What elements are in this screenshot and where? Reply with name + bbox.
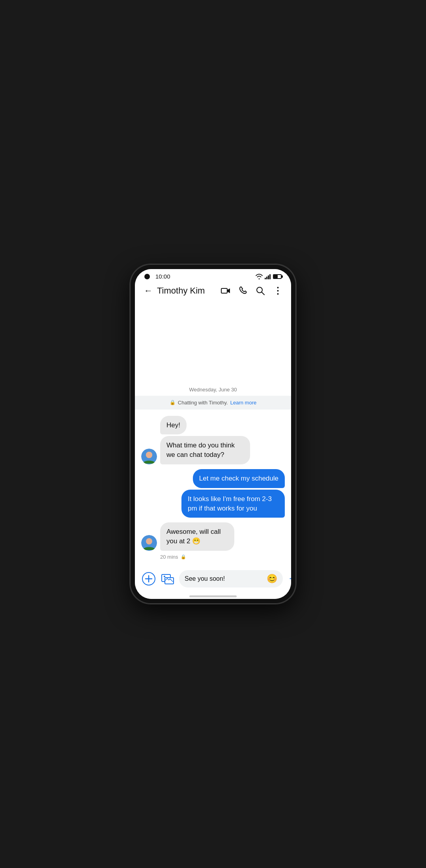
more-icon [277,286,279,295]
bubble-received-3: Awesome, will call you at 2 😁 [160,522,234,551]
phone-screen: 10:00 [135,269,291,599]
status-icons [255,273,282,279]
timestamp-text: 20 mins [160,554,178,560]
phone-call-button[interactable] [236,284,250,298]
learn-more-link[interactable]: Learn more [230,400,256,406]
messages-container: Hey! What time do you think we [135,413,291,563]
encryption-notice: 🔒 Chatting with Timothy. Learn more [135,396,291,410]
svg-line-2 [262,292,264,295]
avatar-svg-2 [141,535,157,551]
timestamp-row: 20 mins 🔒 [141,552,285,560]
gallery-button[interactable] [160,571,175,586]
bubble-sent-2: It looks like I'm free from 2-3 pm if th… [181,490,285,518]
status-time: 10:00 [155,273,170,280]
contact-name: Timothy Kim [157,286,219,296]
status-bar: 10:00 [135,269,291,281]
back-arrow-icon: ← [144,286,153,296]
phone-shell: 10:00 [130,264,296,604]
svg-point-3 [277,287,278,288]
phone-icon [239,286,247,295]
bubble-group: What time do you think we can chat today… [160,436,285,464]
bubble-received-2: What time do you think we can chat today… [160,436,250,464]
compose-input[interactable] [185,575,263,582]
bubble-sent-1: Let me check my schedule [193,469,285,488]
received-group-2: Awesome, will call you at 2 😁 [141,522,285,551]
camera-dot [144,274,150,279]
back-button[interactable]: ← [141,284,155,298]
sent-group: Let me check my schedule It looks like I… [141,469,285,518]
message-row: Hey! [141,416,285,435]
search-button[interactable] [253,284,267,298]
avatar [141,449,157,464]
date-separator: Wednesday, June 30 [135,380,291,396]
compose-box[interactable]: 😊 [179,570,283,587]
video-icon [221,287,230,294]
chat-area: Wednesday, June 30 🔒 Chatting with Timot… [135,301,291,566]
app-bar-actions [219,284,285,298]
signal-bars-icon [265,274,271,279]
bottom-bar: 😊 [135,566,291,593]
lock-icon: 🔒 [170,400,176,405]
video-call-button[interactable] [219,284,233,298]
app-bar: ← Timothy Kim [135,281,291,301]
svg-rect-0 [221,288,227,293]
svg-point-16 [164,576,165,577]
more-options-button[interactable] [271,284,285,298]
gallery-icon [161,572,174,586]
emoji-button[interactable]: 😊 [267,574,277,584]
search-icon [256,286,265,295]
home-indicator [135,593,291,599]
add-icon [142,572,155,586]
svg-point-5 [277,293,278,295]
send-icon [288,573,291,584]
timestamp-lock-icon: 🔒 [181,554,186,559]
battery-icon [273,274,282,279]
wifi-icon [255,273,263,279]
bubble-group-2: Awesome, will call you at 2 😁 [160,522,263,551]
svg-point-8 [146,452,152,458]
encryption-text: Chatting with Timothy. [178,400,228,406]
received-group: What time do you think we can chat today… [141,436,285,464]
avatar-2 [141,535,157,551]
send-button[interactable] [287,571,291,586]
avatar-svg [141,449,157,464]
bubble-received: Hey! [160,416,187,435]
svg-point-10 [146,538,152,544]
home-bar [189,595,237,597]
svg-point-4 [277,290,278,292]
add-button[interactable] [141,571,156,586]
